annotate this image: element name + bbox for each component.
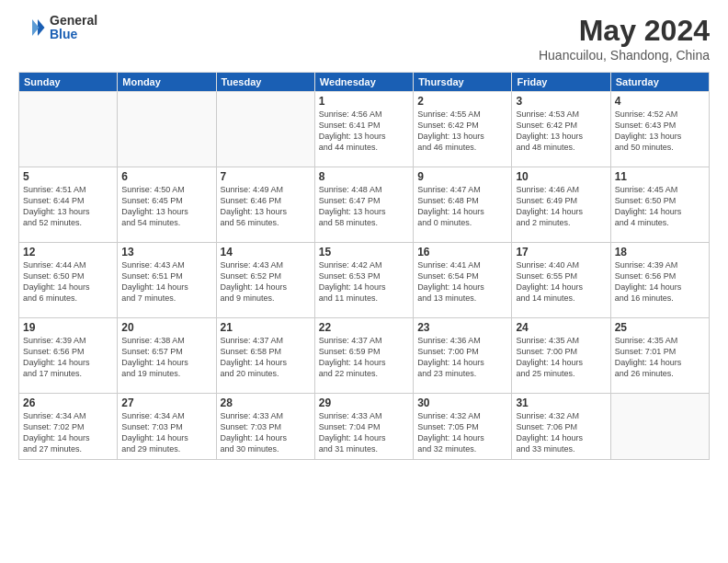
day-info: Sunrise: 4:55 AM Sunset: 6:42 PM Dayligh…	[417, 109, 507, 154]
day-info: Sunrise: 4:32 AM Sunset: 7:06 PM Dayligh…	[516, 410, 606, 455]
day-info: Sunrise: 4:42 AM Sunset: 6:53 PM Dayligh…	[319, 259, 409, 304]
table-row: 31Sunrise: 4:32 AM Sunset: 7:06 PM Dayli…	[512, 394, 610, 460]
day-info: Sunrise: 4:49 AM Sunset: 6:46 PM Dayligh…	[221, 184, 311, 229]
table-row: 24Sunrise: 4:35 AM Sunset: 7:00 PM Dayli…	[512, 318, 610, 394]
day-info: Sunrise: 4:32 AM Sunset: 7:05 PM Dayligh…	[417, 410, 507, 455]
day-info: Sunrise: 4:35 AM Sunset: 7:00 PM Dayligh…	[516, 335, 606, 380]
table-row	[19, 92, 118, 167]
table-row: 23Sunrise: 4:36 AM Sunset: 7:00 PM Dayli…	[414, 318, 512, 394]
day-info: Sunrise: 4:38 AM Sunset: 6:57 PM Dayligh…	[121, 335, 211, 380]
day-info: Sunrise: 4:48 AM Sunset: 6:47 PM Dayligh…	[319, 184, 409, 229]
day-info: Sunrise: 4:34 AM Sunset: 7:03 PM Dayligh…	[121, 410, 211, 455]
day-number: 14	[221, 246, 311, 259]
table-row: 9Sunrise: 4:47 AM Sunset: 6:48 PM Daylig…	[414, 167, 512, 243]
day-info: Sunrise: 4:33 AM Sunset: 7:04 PM Dayligh…	[319, 410, 409, 455]
day-info: Sunrise: 4:36 AM Sunset: 7:00 PM Dayligh…	[417, 335, 507, 380]
table-row: 20Sunrise: 4:38 AM Sunset: 6:57 PM Dayli…	[118, 318, 216, 394]
table-row: 26Sunrise: 4:34 AM Sunset: 7:02 PM Dayli…	[19, 394, 118, 460]
day-number: 11	[615, 170, 705, 183]
day-number: 3	[516, 95, 606, 108]
logo: General Blue	[18, 14, 97, 42]
table-row: 18Sunrise: 4:39 AM Sunset: 6:56 PM Dayli…	[610, 243, 709, 318]
table-row: 16Sunrise: 4:41 AM Sunset: 6:54 PM Dayli…	[414, 243, 512, 318]
day-info: Sunrise: 4:37 AM Sunset: 6:59 PM Dayligh…	[319, 335, 409, 380]
day-number: 26	[23, 396, 113, 409]
table-row: 8Sunrise: 4:48 AM Sunset: 6:47 PM Daylig…	[314, 167, 413, 243]
day-info: Sunrise: 4:39 AM Sunset: 6:56 PM Dayligh…	[23, 335, 113, 380]
day-info: Sunrise: 4:50 AM Sunset: 6:45 PM Dayligh…	[121, 184, 211, 229]
day-number: 18	[615, 246, 705, 259]
table-row	[610, 394, 709, 460]
day-number: 8	[319, 170, 409, 183]
table-row: 5Sunrise: 4:51 AM Sunset: 6:44 PM Daylig…	[19, 167, 118, 243]
day-number: 27	[121, 396, 211, 409]
table-row: 1Sunrise: 4:56 AM Sunset: 6:41 PM Daylig…	[314, 92, 413, 167]
header-row: Sunday Monday Tuesday Wednesday Thursday…	[19, 73, 710, 92]
table-row: 13Sunrise: 4:43 AM Sunset: 6:51 PM Dayli…	[118, 243, 216, 318]
header-saturday: Saturday	[610, 73, 709, 92]
day-info: Sunrise: 4:37 AM Sunset: 6:58 PM Dayligh…	[221, 335, 311, 380]
day-info: Sunrise: 4:39 AM Sunset: 6:56 PM Dayligh…	[615, 259, 705, 304]
day-number: 2	[417, 95, 507, 108]
logo-icon	[18, 14, 46, 41]
table-row	[216, 92, 314, 167]
header-tuesday: Tuesday	[216, 73, 314, 92]
table-row: 29Sunrise: 4:33 AM Sunset: 7:04 PM Dayli…	[314, 394, 413, 460]
logo-blue: Blue	[50, 28, 97, 41]
day-number: 22	[319, 321, 409, 334]
table-row: 22Sunrise: 4:37 AM Sunset: 6:59 PM Dayli…	[314, 318, 413, 394]
day-info: Sunrise: 4:44 AM Sunset: 6:50 PM Dayligh…	[23, 259, 113, 304]
day-number: 17	[516, 246, 606, 259]
table-row: 28Sunrise: 4:33 AM Sunset: 7:03 PM Dayli…	[216, 394, 314, 460]
day-info: Sunrise: 4:41 AM Sunset: 6:54 PM Dayligh…	[417, 259, 507, 304]
day-number: 6	[121, 170, 211, 183]
table-row: 2Sunrise: 4:55 AM Sunset: 6:42 PM Daylig…	[414, 92, 512, 167]
header-monday: Monday	[118, 73, 216, 92]
day-number: 7	[221, 170, 311, 183]
day-info: Sunrise: 4:33 AM Sunset: 7:03 PM Dayligh…	[221, 410, 311, 455]
table-row: 19Sunrise: 4:39 AM Sunset: 6:56 PM Dayli…	[19, 318, 118, 394]
table-row: 27Sunrise: 4:34 AM Sunset: 7:03 PM Dayli…	[118, 394, 216, 460]
day-info: Sunrise: 4:46 AM Sunset: 6:49 PM Dayligh…	[516, 184, 606, 229]
day-number: 5	[23, 170, 113, 183]
day-number: 19	[23, 321, 113, 334]
main-title: May 2024	[539, 14, 710, 48]
table-row: 14Sunrise: 4:43 AM Sunset: 6:52 PM Dayli…	[216, 243, 314, 318]
day-info: Sunrise: 4:52 AM Sunset: 6:43 PM Dayligh…	[615, 109, 705, 154]
table-row: 11Sunrise: 4:45 AM Sunset: 6:50 PM Dayli…	[610, 167, 709, 243]
table-row: 6Sunrise: 4:50 AM Sunset: 6:45 PM Daylig…	[118, 167, 216, 243]
table-row: 25Sunrise: 4:35 AM Sunset: 7:01 PM Dayli…	[610, 318, 709, 394]
day-number: 20	[121, 321, 211, 334]
header: General Blue May 2024 Huancuilou, Shando…	[18, 14, 710, 63]
day-number: 28	[221, 396, 311, 409]
table-row: 15Sunrise: 4:42 AM Sunset: 6:53 PM Dayli…	[314, 243, 413, 318]
page: General Blue May 2024 Huancuilou, Shando…	[0, 0, 728, 563]
table-row: 7Sunrise: 4:49 AM Sunset: 6:46 PM Daylig…	[216, 167, 314, 243]
day-number: 10	[516, 170, 606, 183]
day-number: 29	[319, 396, 409, 409]
day-info: Sunrise: 4:35 AM Sunset: 7:01 PM Dayligh…	[615, 335, 705, 380]
day-info: Sunrise: 4:43 AM Sunset: 6:51 PM Dayligh…	[121, 259, 211, 304]
table-row: 10Sunrise: 4:46 AM Sunset: 6:49 PM Dayli…	[512, 167, 610, 243]
day-number: 24	[516, 321, 606, 334]
day-info: Sunrise: 4:34 AM Sunset: 7:02 PM Dayligh…	[23, 410, 113, 455]
day-info: Sunrise: 4:53 AM Sunset: 6:42 PM Dayligh…	[516, 109, 606, 154]
header-friday: Friday	[512, 73, 610, 92]
subtitle: Huancuilou, Shandong, China	[539, 48, 710, 63]
day-number: 1	[319, 95, 409, 108]
table-row: 17Sunrise: 4:40 AM Sunset: 6:55 PM Dayli…	[512, 243, 610, 318]
day-number: 30	[417, 396, 507, 409]
day-number: 13	[121, 246, 211, 259]
day-number: 9	[417, 170, 507, 183]
table-row: 3Sunrise: 4:53 AM Sunset: 6:42 PM Daylig…	[512, 92, 610, 167]
day-number: 12	[23, 246, 113, 259]
day-number: 25	[615, 321, 705, 334]
day-info: Sunrise: 4:47 AM Sunset: 6:48 PM Dayligh…	[417, 184, 507, 229]
day-info: Sunrise: 4:43 AM Sunset: 6:52 PM Dayligh…	[221, 259, 311, 304]
table-row	[118, 92, 216, 167]
day-info: Sunrise: 4:56 AM Sunset: 6:41 PM Dayligh…	[319, 109, 409, 154]
header-thursday: Thursday	[414, 73, 512, 92]
header-wednesday: Wednesday	[314, 73, 413, 92]
day-number: 15	[319, 246, 409, 259]
table-row: 12Sunrise: 4:44 AM Sunset: 6:50 PM Dayli…	[19, 243, 118, 318]
